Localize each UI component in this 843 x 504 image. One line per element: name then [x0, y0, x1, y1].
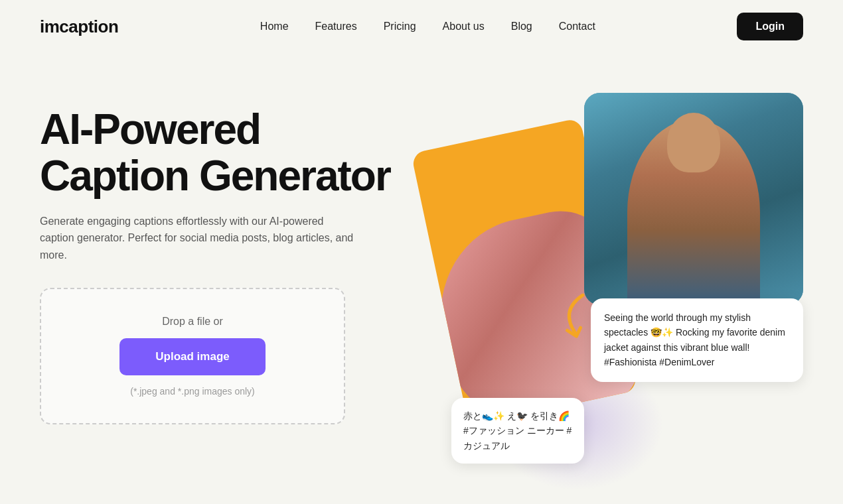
- caption-card: Seeing the world through my stylish spec…: [591, 298, 803, 382]
- caption-text: Seeing the world through my stylish spec…: [604, 310, 790, 370]
- japanese-caption-card: 赤と👟✨ え🐦‍⬛ を引き🌈#ファッション ニーカー #カジュアル: [451, 398, 584, 464]
- logo[interactable]: imcaption: [40, 17, 118, 37]
- hero-subtitle: Generate engaging captions effortlessly …: [40, 213, 358, 264]
- nav-home[interactable]: Home: [260, 21, 289, 32]
- navbar: imcaption Home Features Pricing About us…: [0, 0, 843, 53]
- file-hint: (*.jpeg and *.png images only): [130, 386, 255, 397]
- nav-blog[interactable]: Blog: [511, 21, 532, 32]
- upload-area: Drop a file or Upload image (*.jpeg and …: [40, 288, 345, 424]
- nav-features[interactable]: Features: [315, 21, 357, 32]
- nav-contact[interactable]: Contact: [559, 21, 595, 32]
- login-button[interactable]: Login: [737, 13, 803, 40]
- nav-about[interactable]: About us: [443, 21, 485, 32]
- nav-links: Home Features Pricing About us Blog Cont…: [260, 21, 595, 32]
- hero-right: Seeing the world through my stylish spec…: [425, 93, 803, 491]
- upload-image-button[interactable]: Upload image: [119, 338, 266, 375]
- woman-photo: [584, 93, 803, 305]
- nav-pricing[interactable]: Pricing: [384, 21, 416, 32]
- hero-left: AI-Powered Caption Generator Generate en…: [40, 93, 398, 424]
- hero-title: AI-Powered Caption Generator: [40, 106, 398, 200]
- main-photo-card: [584, 93, 803, 305]
- drop-text: Drop a file or: [162, 316, 223, 328]
- hero-section: AI-Powered Caption Generator Generate en…: [0, 53, 843, 504]
- japanese-caption-text: 赤と👟✨ え🐦‍⬛ を引き🌈#ファッション ニーカー #カジュアル: [463, 410, 572, 451]
